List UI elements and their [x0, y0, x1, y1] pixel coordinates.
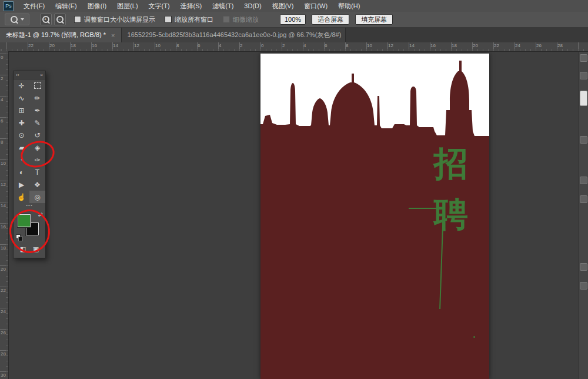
menu-items: 文件(F)编辑(E)图像(I)图层(L)文字(T)选择(S)滤镜(T)3D(D)… — [18, 0, 365, 12]
checkbox-box[interactable] — [165, 16, 172, 23]
toolbar-grip[interactable]: ••• — [14, 203, 45, 209]
tool-icon: ◈ — [35, 144, 40, 152]
document-tab-title: 16552295-5cbd825f3b3a116a4465432ca6a1ee0… — [128, 31, 342, 39]
pen-tool[interactable]: ✑ — [29, 154, 45, 166]
zoom-tool[interactable]: ◎ — [29, 191, 45, 203]
tool-options-bar: + − 调整窗口大小以满屏显示 缩放所有窗口 细微缩放 100% 适合屏幕 填充… — [0, 12, 588, 28]
eraser-tool[interactable]: ▰ — [14, 141, 29, 154]
tool-icon: ↺ — [34, 131, 40, 139]
checkbox-box[interactable] — [223, 16, 230, 23]
collapse-panel-icon[interactable]: ‹‹ — [16, 72, 19, 78]
screen-mode-button[interactable]: ▣ — [33, 245, 39, 254]
zoom-out-button[interactable]: − — [54, 14, 66, 25]
tool-icon: ✏ — [34, 94, 40, 102]
clone-stamp-tool[interactable]: ⊙ — [14, 129, 29, 141]
collapsed-panel-icon[interactable] — [580, 72, 587, 79]
ruler-number: 26 — [1, 330, 6, 335]
scrubby-zoom-checkbox[interactable]: 细微缩放 — [223, 15, 259, 24]
collapsed-panel-icon[interactable] — [580, 91, 587, 106]
ruler-number: 6 — [1, 118, 3, 124]
collapsed-panels-strip — [579, 51, 588, 379]
ruler-number: 8 — [176, 43, 179, 48]
document-canvas[interactable]: 招聘 — [260, 54, 489, 379]
ruler-number: 10 — [367, 43, 372, 48]
tools-panel-header[interactable]: ‹‹ × — [14, 71, 45, 79]
zoom-tool-icon — [11, 16, 18, 24]
menu-item[interactable]: 文字(T) — [143, 0, 175, 12]
brush-tool[interactable]: ✎ — [29, 117, 45, 129]
eyedropper-tool[interactable]: ✒ — [29, 104, 45, 117]
history-brush-tool[interactable]: ↺ — [29, 129, 45, 141]
menu-item[interactable]: 视图(V) — [267, 0, 299, 12]
tool-icon: ◎ — [34, 193, 40, 201]
ruler-number: 16 — [92, 43, 97, 48]
ruler-number: 4 — [1, 97, 3, 102]
menu-item[interactable]: 图层(L) — [112, 0, 143, 12]
menu-item[interactable]: 选择(S) — [175, 0, 208, 12]
menu-item[interactable]: 帮助(H) — [333, 0, 365, 12]
ruler-number: 8 — [346, 43, 348, 48]
tools-panel-footer: ◧ ▣ — [14, 243, 45, 258]
collapsed-panel-icon[interactable] — [580, 54, 587, 62]
fill-screen-button[interactable]: 填充屏幕 — [355, 14, 393, 25]
collapsed-panel-icon[interactable] — [580, 263, 587, 271]
tool-icon: ❖ — [34, 181, 41, 189]
paint-bucket-tool[interactable]: ◈ — [29, 141, 45, 154]
ruler-number: 16 — [430, 43, 436, 48]
poster-character: 聘 — [433, 197, 469, 231]
rectangular-marquee-tool[interactable] — [29, 79, 45, 92]
ink-dot — [473, 336, 475, 338]
type-tool[interactable]: T — [29, 166, 45, 178]
zoom-percentage-field[interactable]: 100% — [280, 14, 306, 25]
foreground-swatch[interactable] — [18, 214, 31, 227]
ruler-number: 2 — [282, 43, 285, 48]
healing-brush-tool[interactable]: ✚ — [14, 117, 29, 129]
menu-item[interactable]: 滤镜(T) — [207, 0, 239, 12]
menu-item[interactable]: 窗口(W) — [299, 0, 333, 12]
menu-item[interactable]: 图像(I) — [82, 0, 112, 12]
collapsed-panel-icon[interactable] — [580, 136, 587, 144]
fit-screen-button[interactable]: 适合屏幕 — [312, 14, 349, 25]
blur-tool[interactable]: ◔ — [14, 154, 29, 166]
color-swatches: ⇄ — [14, 209, 45, 243]
document-tab-untitled[interactable]: 未标题-1 @ 19.7% (招聘, RGB/8) * × — [0, 28, 122, 42]
ruler-number: 12 — [1, 182, 6, 187]
current-tool-preset[interactable] — [5, 14, 29, 25]
ruler-number: 28 — [1, 351, 6, 357]
menu-item[interactable]: 3D(D) — [239, 0, 266, 12]
close-icon[interactable]: × — [40, 72, 43, 78]
swap-colors-icon[interactable]: ⇄ — [38, 212, 43, 218]
lasso-tool[interactable]: ∿ — [14, 92, 29, 104]
ruler-number: 14 — [113, 43, 118, 48]
poster-title: 招聘 — [433, 147, 469, 231]
photoshop-logo: Ps — [4, 1, 14, 11]
ruler-number: 6 — [198, 43, 200, 48]
menu-item[interactable]: 编辑(E) — [50, 0, 82, 12]
ruler-number: 14 — [1, 203, 6, 208]
default-colors-icon[interactable] — [16, 234, 23, 241]
collapsed-panel-icon[interactable] — [580, 195, 587, 203]
zoom-in-button[interactable]: + — [40, 14, 52, 25]
menu-item[interactable]: 文件(F) — [18, 0, 50, 12]
close-icon[interactable]: × — [111, 32, 115, 39]
quick-mask-button[interactable]: ◧ — [20, 245, 26, 254]
checkbox-box[interactable] — [74, 16, 81, 23]
dodge-tool[interactable]: ◐ — [14, 166, 29, 178]
zoom-all-windows-checkbox[interactable]: 缩放所有窗口 — [165, 15, 213, 24]
quick-selection-tool[interactable]: ✏ — [29, 92, 45, 104]
collapsed-panel-icon[interactable] — [580, 282, 587, 290]
path-selection-tool[interactable]: ▶ — [14, 178, 29, 191]
ruler-number: 12 — [388, 43, 393, 48]
document-tab-jpg[interactable]: 16552295-5cbd825f3b3a116a4465432ca6a1ee0… — [122, 28, 346, 42]
menubar: Ps 文件(F)编辑(E)图像(I)图层(L)文字(T)选择(S)滤镜(T)3D… — [0, 0, 588, 12]
ruler-number: 24 — [1, 309, 6, 314]
hand-tool[interactable]: ☝ — [14, 191, 29, 203]
move-tool[interactable]: ✛ — [14, 79, 29, 92]
ruler-number: 0 — [261, 43, 263, 48]
checkbox-label: 细微缩放 — [233, 15, 259, 24]
crop-tool[interactable]: ⊞ — [14, 104, 29, 117]
collapsed-panel-icon[interactable] — [580, 177, 587, 184]
tool-icon: ▰ — [19, 144, 24, 152]
custom-shape-tool[interactable]: ❖ — [29, 178, 45, 191]
resize-windows-checkbox[interactable]: 调整窗口大小以满屏显示 — [74, 15, 155, 24]
